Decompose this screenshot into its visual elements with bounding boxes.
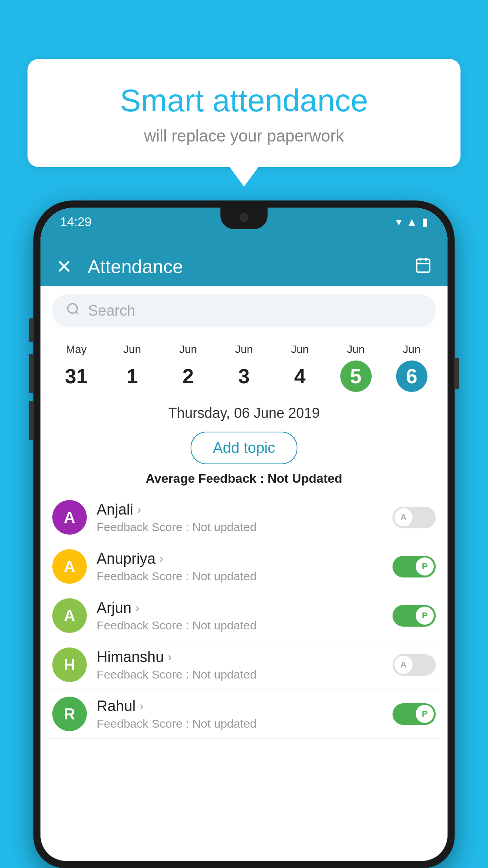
student-name: Anupriya › [97,550,393,567]
calendar-day-6[interactable]: Jun6 [390,339,433,396]
camera [240,213,248,222]
cal-day-number: 4 [284,360,316,392]
volume-down-button [29,401,34,440]
search-placeholder: Search [88,302,135,319]
student-list: AAnjali ›Feedback Score : Not updatedAAA… [40,493,448,739]
cal-day-number: 31 [61,360,92,392]
status-icons: ▾ ▲ ▮ [396,215,428,228]
cal-month-label: Jun [291,343,309,356]
calendar-icon[interactable] [415,256,432,277]
student-name: Himanshu › [97,649,393,666]
signal-icon: ▲ [406,216,417,228]
chevron-right-icon: › [139,699,143,713]
student-name: Rahul › [97,698,393,715]
avg-feedback-label: Average Feedback : [146,471,268,485]
svg-point-4 [68,304,77,313]
student-avatar: A [52,549,87,584]
toggle-thumb: P [416,557,434,576]
cal-month-label: Jun [235,343,253,356]
attendance-toggle[interactable]: A [393,507,436,528]
cal-month-label: Jun [179,343,197,356]
chevron-right-icon: › [137,503,141,516]
student-item[interactable]: AArjun ›Feedback Score : Not updatedP [48,591,440,640]
toggle-thumb: A [394,508,413,526]
volume-mute-button [29,318,34,342]
notch [220,208,268,229]
chevron-right-icon: › [136,601,139,614]
status-bar-area: 14:29 ▾ ▲ ▮ [40,208,448,247]
student-info: Arjun ›Feedback Score : Not updated [97,600,393,632]
cal-day-number: 2 [172,360,204,392]
calendar-day-1[interactable]: Jun1 [110,339,154,396]
average-feedback: Average Feedback : Not Updated [40,471,448,486]
student-item[interactable]: HHimanshu ›Feedback Score : Not updatedA [48,640,440,690]
calendar-day-4[interactable]: Jun4 [278,339,321,396]
status-time: 14:29 [60,215,92,229]
battery-icon: ▮ [422,215,428,228]
student-feedback-score: Feedback Score : Not updated [97,717,393,730]
attendance-toggle[interactable]: P [393,703,436,725]
speech-bubble: Smart attendance will replace your paper… [28,59,460,167]
selected-date: Thursday, 06 June 2019 [40,398,448,428]
student-name: Anjali › [97,501,393,518]
toggle-thumb: P [416,705,434,723]
phone-frame: 14:29 ▾ ▲ ▮ ✕ Attendance [33,200,455,868]
student-info: Himanshu ›Feedback Score : Not updated [97,649,393,681]
svg-rect-0 [417,259,430,272]
student-avatar: R [52,697,87,731]
cal-month-label: Jun [347,343,365,356]
student-feedback-score: Feedback Score : Not updated [97,619,393,632]
bubble-title: Smart attendance [47,83,441,119]
student-item[interactable]: RRahul ›Feedback Score : Not updatedP [48,690,440,739]
wifi-icon: ▾ [396,215,402,228]
toggle-thumb: A [394,656,413,674]
student-avatar: A [52,598,87,633]
search-icon [66,302,80,320]
cal-day-number: 1 [116,360,148,392]
student-info: Rahul ›Feedback Score : Not updated [97,698,393,730]
close-button[interactable]: ✕ [56,256,72,278]
student-name: Arjun › [97,600,393,616]
bubble-subtitle: will replace your paperwork [47,127,441,145]
cal-month-label: Jun [403,343,420,356]
phone-screen: 14:29 ▾ ▲ ▮ ✕ Attendance [40,208,448,861]
attendance-toggle[interactable]: P [393,556,436,577]
calendar-day-31[interactable]: May31 [55,339,98,396]
app-bar-title: Attendance [88,256,415,278]
student-avatar: H [52,647,87,682]
student-item[interactable]: AAnjali ›Feedback Score : Not updatedA [48,493,440,542]
toggle-thumb: P [416,607,434,625]
student-info: Anjali ›Feedback Score : Not updated [97,501,393,534]
cal-month-label: Jun [123,343,141,356]
calendar-strip: May31Jun1Jun2Jun3Jun4Jun5Jun6 [40,335,448,398]
student-feedback-score: Feedback Score : Not updated [97,570,393,583]
student-info: Anupriya ›Feedback Score : Not updated [97,550,393,583]
calendar-day-2[interactable]: Jun2 [167,339,210,396]
app-bar: ✕ Attendance [40,247,448,286]
chevron-right-icon: › [168,650,172,664]
avg-feedback-value: Not Updated [268,471,342,485]
chevron-right-icon: › [160,552,163,565]
attendance-toggle[interactable]: A [393,654,436,676]
svg-line-5 [76,312,79,314]
cal-day-number: 5 [340,360,372,392]
student-item[interactable]: AAnupriya ›Feedback Score : Not updatedP [48,542,440,591]
cal-day-number: 6 [396,360,427,392]
cal-day-number: 3 [228,360,260,392]
power-button [454,358,459,389]
student-feedback-score: Feedback Score : Not updated [97,668,393,681]
search-bar[interactable]: Search [52,294,436,327]
student-feedback-score: Feedback Score : Not updated [97,520,393,534]
attendance-toggle[interactable]: P [393,605,436,627]
student-avatar: A [52,500,87,535]
volume-up-button [29,354,34,393]
cal-month-label: May [66,343,87,356]
calendar-day-5[interactable]: Jun5 [334,339,378,396]
calendar-day-3[interactable]: Jun3 [222,339,266,396]
add-topic-button[interactable]: Add topic [191,432,297,464]
